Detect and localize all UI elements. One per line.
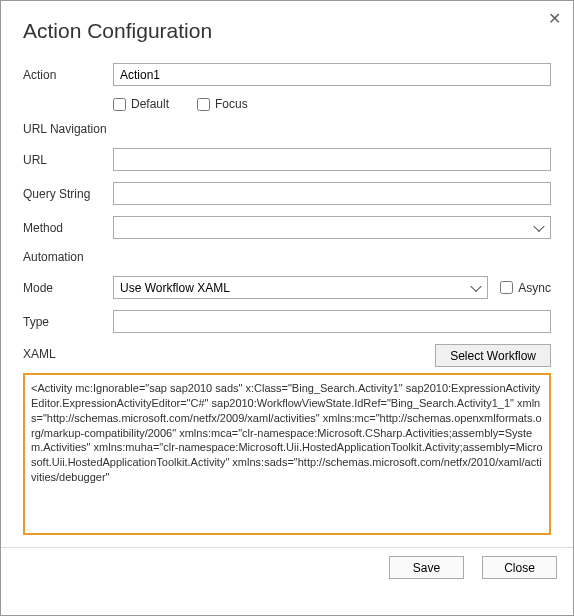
method-row: Method [23,216,551,239]
focus-checkbox[interactable] [197,98,210,111]
mode-row: Mode Async [23,276,551,299]
focus-checkbox-label: Focus [215,97,248,111]
default-checkbox[interactable] [113,98,126,111]
method-label: Method [23,221,113,235]
xaml-textarea[interactable]: <Activity mc:Ignorable="sap sap2010 sads… [23,373,551,535]
action-input[interactable] [113,63,551,86]
query-string-input[interactable] [113,182,551,205]
close-button[interactable]: Close [482,556,557,579]
type-label: Type [23,315,113,329]
url-row: URL [23,148,551,171]
default-checkbox-wrap[interactable]: Default [113,97,169,111]
action-configuration-dialog: ✕ Action Configuration Action Default Fo… [1,1,573,579]
type-row: Type [23,310,551,333]
action-row: Action [23,63,551,86]
mode-label: Mode [23,281,113,295]
mode-select[interactable] [113,276,488,299]
close-icon[interactable]: ✕ [548,9,561,28]
xaml-row: XAML Select Workflow [23,344,551,367]
query-string-row: Query String [23,182,551,205]
async-checkbox[interactable] [500,281,513,294]
checkbox-row: Default Focus [23,97,551,111]
url-navigation-section-label: URL Navigation [23,122,551,136]
url-label: URL [23,153,113,167]
async-checkbox-wrap[interactable]: Async [500,281,551,295]
dialog-title: Action Configuration [23,19,551,43]
xaml-label: XAML [23,347,113,361]
query-string-label: Query String [23,187,113,201]
async-checkbox-label: Async [518,281,551,295]
action-label: Action [23,68,113,82]
type-input[interactable] [113,310,551,333]
dialog-footer: Save Close [1,547,573,579]
focus-checkbox-wrap[interactable]: Focus [197,97,248,111]
url-input[interactable] [113,148,551,171]
save-button[interactable]: Save [389,556,464,579]
select-workflow-button[interactable]: Select Workflow [435,344,551,367]
automation-section-label: Automation [23,250,551,264]
default-checkbox-label: Default [131,97,169,111]
method-select[interactable] [113,216,551,239]
